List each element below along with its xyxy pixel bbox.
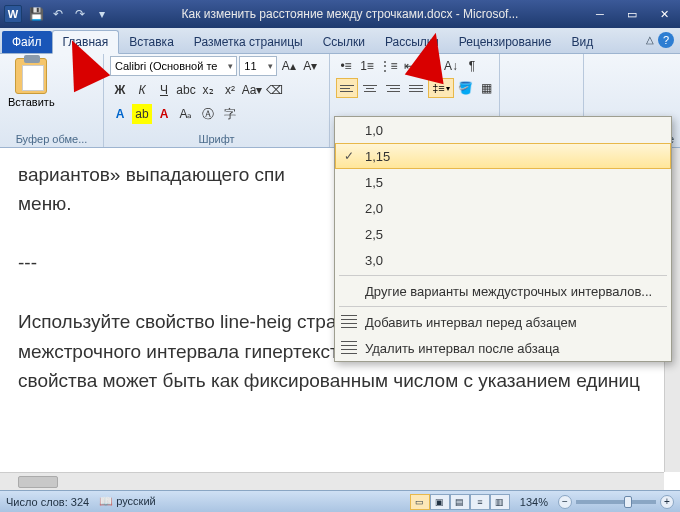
- font-color-button[interactable]: A: [154, 104, 174, 124]
- line-spacing-option-1.15[interactable]: ✓1,15: [335, 143, 671, 169]
- line-spacing-option-3.0[interactable]: 3,0: [335, 247, 671, 273]
- group-clipboard: Вставить Буфер обме...: [0, 54, 104, 147]
- undo-icon[interactable]: ↶: [48, 4, 68, 24]
- maximize-button[interactable]: ▭: [620, 6, 644, 22]
- clear-formatting-button[interactable]: ⌫: [264, 80, 284, 100]
- zoom-in-button[interactable]: +: [660, 495, 674, 509]
- superscript-button[interactable]: x²: [220, 80, 240, 100]
- line-spacing-option-2.0[interactable]: 2,0: [335, 195, 671, 221]
- strikethrough-button[interactable]: abc: [176, 80, 196, 100]
- borders-button[interactable]: ▦: [476, 78, 496, 98]
- group-label-clipboard: Буфер обме...: [6, 131, 97, 147]
- font-size-combo[interactable]: 11: [239, 56, 277, 76]
- numbering-button[interactable]: 1≡: [357, 56, 377, 76]
- zoom-slider: − +: [558, 495, 674, 509]
- sort-button[interactable]: A↓: [441, 56, 461, 76]
- align-left-button[interactable]: [336, 78, 358, 98]
- minimize-button[interactable]: ─: [588, 6, 612, 22]
- line-spacing-more-options[interactable]: Другие варианты междустрочных интервалов…: [335, 278, 671, 304]
- highlight-button[interactable]: ab: [132, 104, 152, 124]
- increase-indent-button[interactable]: ⇥: [420, 56, 440, 76]
- zoom-out-button[interactable]: −: [558, 495, 572, 509]
- tab-file[interactable]: Файл: [2, 31, 52, 53]
- paste-button[interactable]: Вставить: [6, 56, 57, 110]
- bullets-button[interactable]: •≡: [336, 56, 356, 76]
- enclose-chars-button[interactable]: Ⓐ: [198, 104, 218, 124]
- outline-view[interactable]: ≡: [470, 494, 490, 510]
- titlebar: W 💾 ↶ ↷ ▾ Как изменить расстояние между …: [0, 0, 680, 28]
- app-icon[interactable]: W: [4, 5, 22, 23]
- subscript-button[interactable]: x₂: [198, 80, 218, 100]
- remove-space-after-paragraph[interactable]: Удалить интервал после абзаца: [335, 335, 671, 361]
- underline-button[interactable]: Ч: [154, 80, 174, 100]
- close-button[interactable]: ✕: [652, 6, 676, 22]
- window-title: Как изменить расстояние между строчками.…: [116, 7, 584, 21]
- view-buttons: ▭ ▣ ▤ ≡ ▥: [410, 494, 510, 510]
- help-icon[interactable]: ?: [658, 32, 674, 48]
- minimize-ribbon-icon[interactable]: △: [646, 34, 654, 45]
- paste-icon: [15, 58, 47, 94]
- zoom-level[interactable]: 134%: [520, 496, 548, 508]
- font-name-combo[interactable]: Calibri (Основной те: [110, 56, 237, 76]
- line-spacing-option-2.5[interactable]: 2,5: [335, 221, 671, 247]
- line-spacing-option-1.5[interactable]: 1,5: [335, 169, 671, 195]
- draft-view[interactable]: ▥: [490, 494, 510, 510]
- bold-button[interactable]: Ж: [110, 80, 130, 100]
- redo-icon[interactable]: ↷: [70, 4, 90, 24]
- shrink-font-icon[interactable]: A▾: [300, 56, 320, 76]
- group-font: Calibri (Основной те 11 A▴ A▾ Ж К Ч abc …: [104, 54, 330, 147]
- justify-button[interactable]: [405, 78, 427, 98]
- tab-page-layout[interactable]: Разметка страницы: [184, 31, 313, 53]
- line-spacing-menu: 1,0 ✓1,15 1,5 2,0 2,5 3,0 Другие вариант…: [334, 116, 672, 362]
- quick-access-toolbar: 💾 ↶ ↷ ▾: [26, 4, 112, 24]
- full-screen-view[interactable]: ▣: [430, 494, 450, 510]
- show-marks-button[interactable]: ¶: [462, 56, 482, 76]
- print-layout-view[interactable]: ▭: [410, 494, 430, 510]
- shading-button[interactable]: 🪣: [455, 78, 475, 98]
- add-space-before-paragraph[interactable]: Добавить интервал перед абзацем: [335, 309, 671, 335]
- word-count[interactable]: Число слов: 324: [6, 496, 89, 508]
- change-case-button[interactable]: Aa▾: [242, 80, 262, 100]
- grow-font-icon[interactable]: A▴: [279, 56, 299, 76]
- check-icon: ✓: [344, 149, 354, 163]
- statusbar: Число слов: 324 📖 русский ▭ ▣ ▤ ≡ ▥ 134%…: [0, 490, 680, 512]
- language-status[interactable]: 📖 русский: [99, 495, 156, 508]
- align-center-button[interactable]: [359, 78, 381, 98]
- phonetic-guide-button[interactable]: 字: [220, 104, 240, 124]
- horizontal-scrollbar[interactable]: [0, 472, 664, 490]
- tab-insert[interactable]: Вставка: [119, 31, 184, 53]
- multilevel-list-button[interactable]: ⋮≡: [378, 56, 398, 76]
- line-spacing-button[interactable]: ‡≡: [428, 78, 454, 98]
- decrease-indent-button[interactable]: ⇤: [399, 56, 419, 76]
- ribbon-tabs: Файл Главная Вставка Разметка страницы С…: [0, 28, 680, 54]
- tab-review[interactable]: Рецензирование: [449, 31, 562, 53]
- menu-separator: [339, 306, 667, 307]
- line-spacing-option-1.0[interactable]: 1,0: [335, 117, 671, 143]
- align-right-button[interactable]: [382, 78, 404, 98]
- qat-customize-icon[interactable]: ▾: [92, 4, 112, 24]
- web-layout-view[interactable]: ▤: [450, 494, 470, 510]
- tab-references[interactable]: Ссылки: [313, 31, 375, 53]
- save-icon[interactable]: 💾: [26, 4, 46, 24]
- paste-label: Вставить: [8, 96, 55, 108]
- zoom-thumb[interactable]: [624, 496, 632, 508]
- group-label-font: Шрифт: [110, 131, 323, 147]
- character-shading-button[interactable]: Aₐ: [176, 104, 196, 124]
- tab-view[interactable]: Вид: [561, 31, 603, 53]
- text-effects-button[interactable]: A: [110, 104, 130, 124]
- italic-button[interactable]: К: [132, 80, 152, 100]
- tab-mailings[interactable]: Рассылки: [375, 31, 449, 53]
- scrollbar-thumb[interactable]: [18, 476, 58, 488]
- menu-separator: [339, 275, 667, 276]
- tab-home[interactable]: Главная: [52, 30, 120, 54]
- zoom-track[interactable]: [576, 500, 656, 504]
